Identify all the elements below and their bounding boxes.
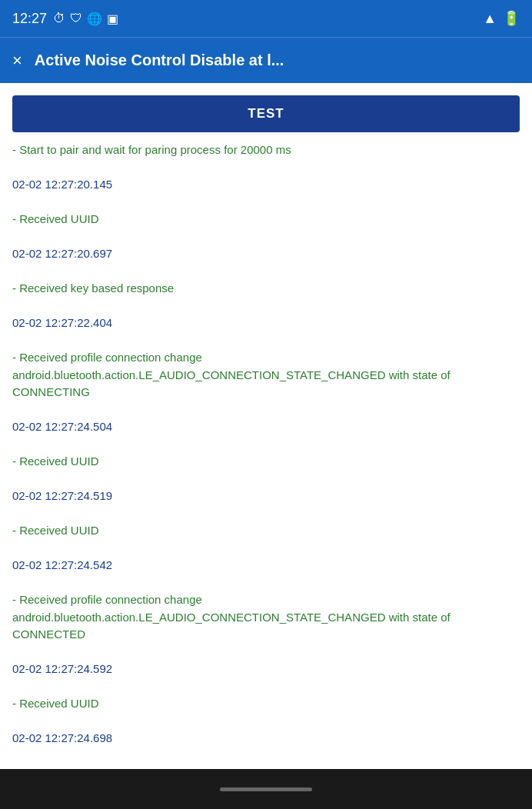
- log-container[interactable]: - Start to pair and wait for paring proc…: [12, 141, 520, 757]
- battery-icon: 🔋: [503, 10, 520, 27]
- log-line: - Received profile connection change and…: [12, 591, 510, 644]
- log-content: - Start to pair and wait for paring proc…: [12, 141, 520, 757]
- status-bar-left: 12:27 ⏱ 🛡 🌐 ▣: [12, 11, 118, 27]
- log-line: 02-02 12:27:24.542: [12, 557, 510, 574]
- wifi-icon: ▲: [483, 11, 497, 27]
- title-bar: × Active Noise Control Disable at l...: [0, 37, 532, 83]
- status-time: 12:27: [12, 11, 47, 27]
- status-bar-right: ▲ 🔋: [483, 10, 520, 27]
- screen-icon: ▣: [107, 12, 118, 26]
- log-line: 02-02 12:27:24.592: [12, 661, 510, 678]
- test-button[interactable]: TEST: [12, 95, 520, 132]
- log-line: - Received UUID: [12, 522, 510, 540]
- close-button[interactable]: ×: [12, 52, 22, 69]
- log-line: 02-02 12:27:24.519: [12, 488, 510, 505]
- log-line: - Received profile connection change and…: [12, 349, 510, 401]
- log-line: - Received UUID: [12, 453, 510, 471]
- log-line: 02-02 12:27:24.698: [12, 730, 510, 747]
- vpn-icon: 🛡: [70, 12, 82, 25]
- main-content: TEST - Start to pair and wait for paring…: [0, 83, 532, 769]
- log-line: - Start to pair and wait for paring proc…: [12, 141, 510, 159]
- status-icons: ⏱ 🛡 🌐 ▣: [53, 12, 118, 26]
- log-line: 02-02 12:27:20.697: [12, 245, 510, 263]
- nav-bar: [0, 769, 532, 809]
- status-bar: 12:27 ⏱ 🛡 🌐 ▣ ▲ 🔋: [0, 0, 532, 37]
- log-line: 02-02 12:27:22.404: [12, 315, 510, 332]
- log-line: - Received UUID: [12, 211, 510, 228]
- page-title: Active Noise Control Disable at l...: [35, 52, 284, 69]
- alarm-icon: ⏱: [53, 12, 65, 25]
- nav-pill: [220, 787, 312, 791]
- globe-icon: 🌐: [87, 12, 102, 26]
- log-line: - Received UUID: [12, 695, 510, 713]
- log-line: - Received key based response: [12, 280, 510, 298]
- log-line: 02-02 12:27:20.145: [12, 176, 510, 194]
- log-line: 02-02 12:27:24.504: [12, 418, 510, 436]
